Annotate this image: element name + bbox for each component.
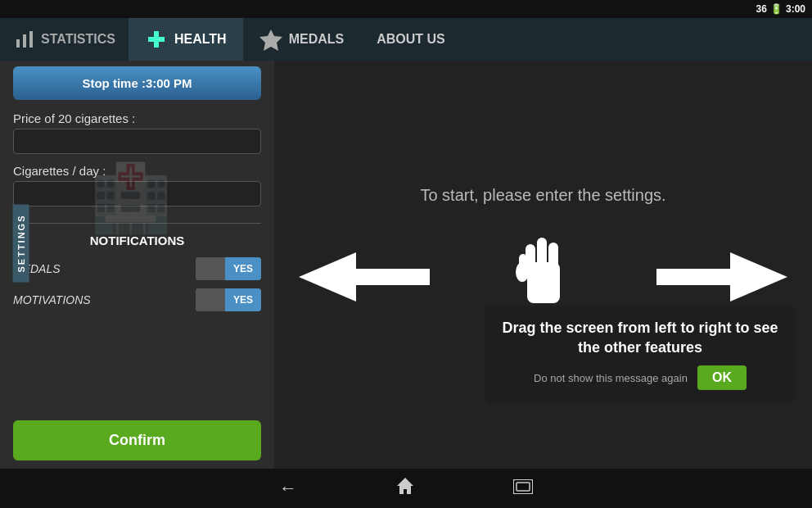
svg-marker-5 xyxy=(259,29,282,51)
svg-rect-10 xyxy=(548,243,558,272)
drag-popup-sublabel: Do not show this message again xyxy=(534,372,688,384)
confirm-button[interactable]: Confirm xyxy=(13,420,261,460)
medals-icon xyxy=(259,28,282,51)
bottom-nav: ← xyxy=(0,469,812,508)
status-icons: 36 🔋 3:00 xyxy=(756,3,805,15)
svg-marker-6 xyxy=(299,252,430,302)
motivations-toggle[interactable]: YES xyxy=(196,288,261,311)
svg-rect-16 xyxy=(517,483,530,491)
back-button[interactable]: ← xyxy=(279,478,297,499)
center-overlay: To start, please enter the settings. xyxy=(274,61,812,469)
motivations-toggle-yes[interactable]: YES xyxy=(225,288,261,311)
svg-point-12 xyxy=(516,262,529,282)
motivations-notification-row: MOTIVATIONS YES xyxy=(13,288,261,311)
left-arrow-icon xyxy=(299,252,430,305)
right-arrow-icon xyxy=(656,252,787,305)
ok-button[interactable]: OK xyxy=(697,365,747,390)
svg-rect-2 xyxy=(29,31,33,48)
nav-item-medals[interactable]: MEDALS xyxy=(243,18,361,61)
svg-rect-8 xyxy=(537,238,547,270)
signal-strength: 36 xyxy=(756,3,767,15)
medals-label: MEDALS xyxy=(289,32,345,47)
status-bar: 36 🔋 3:00 xyxy=(0,0,812,18)
motivations-notification-label: MOTIVATIONS xyxy=(13,293,91,306)
home-button[interactable] xyxy=(395,476,415,501)
medals-toggle-yes[interactable]: YES xyxy=(225,257,261,280)
svg-marker-14 xyxy=(397,478,413,494)
settings-sidebar: SETTINGS 🏥 Stop date :10/1/2013 Stop tim… xyxy=(0,18,274,469)
drag-popup-title: Drag the screen from left to right to se… xyxy=(501,319,779,357)
top-nav: STATISTICS HEALTH MEDALS ABOUT US xyxy=(0,18,812,61)
about-label: ABOUT US xyxy=(377,32,445,47)
nav-item-about[interactable]: ABOUT US xyxy=(360,18,462,61)
drag-instruction-popup: Drag the screen from left to right to se… xyxy=(485,306,796,403)
motivations-toggle-track xyxy=(196,288,225,311)
statistics-label: STATISTICS xyxy=(41,32,115,47)
settings-tab-label: SETTINGS xyxy=(13,204,29,282)
recent-apps-button[interactable] xyxy=(513,478,533,499)
prompt-text: To start, please enter the settings. xyxy=(420,186,665,205)
main-content: To start, please enter the settings. xyxy=(274,61,812,469)
battery-icon: 🔋 xyxy=(770,3,783,15)
svg-rect-4 xyxy=(148,37,165,42)
stop-time-button[interactable]: Stop time :3:00 PM xyxy=(13,66,261,100)
health-icon xyxy=(145,28,168,51)
health-label: HEALTH xyxy=(174,32,227,47)
clock-time: 3:00 xyxy=(786,3,805,15)
svg-rect-0 xyxy=(16,39,20,48)
nav-item-statistics[interactable]: STATISTICS xyxy=(0,18,129,61)
svg-marker-13 xyxy=(656,252,787,302)
sidebar-watermark: 🏥 xyxy=(49,133,213,264)
nav-item-health[interactable]: HEALTH xyxy=(129,18,243,61)
price-label: Price of 20 cigarettes : xyxy=(13,111,261,125)
statistics-icon xyxy=(13,28,36,51)
svg-rect-1 xyxy=(23,34,26,48)
drag-popup-sub: Do not show this message again OK xyxy=(501,365,779,390)
